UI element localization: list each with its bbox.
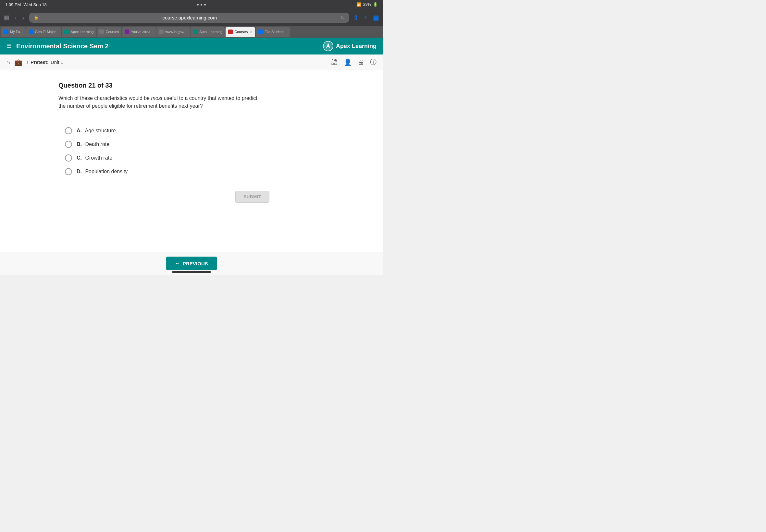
answer-label-d: D. Population density: [77, 169, 128, 175]
sidebar-toggle-icon[interactable]: ▦: [4, 14, 9, 21]
address-bar[interactable]: 🔒 course.apexlearning.com ↻: [29, 13, 349, 23]
left-arrow-icon: ←: [175, 260, 180, 266]
back-button[interactable]: ‹: [13, 13, 18, 23]
tab-label-2: Gen Z: Major...: [35, 30, 59, 34]
tab-favicon-8: [228, 30, 233, 34]
breadcrumb-value: Unit 1: [51, 59, 63, 65]
radio-c[interactable]: [65, 154, 72, 162]
status-bar-right: 📶 29% 🔋: [356, 2, 378, 7]
tab-close-icon[interactable]: ✕: [250, 30, 252, 34]
tab-favicon-7: [193, 30, 198, 34]
tab-courses-active[interactable]: Courses ✕: [225, 27, 255, 37]
question-divider: [58, 118, 273, 118]
radio-d[interactable]: [65, 168, 72, 175]
tab-label-7: Apex Learning: [199, 30, 222, 34]
status-bar-left: 1:09 PM Wed Sep 18: [5, 2, 47, 7]
tab-favicon-9: [258, 30, 263, 34]
tab-filo[interactable]: Filo Student:...: [256, 27, 290, 37]
answer-label-a: A. Age structure: [77, 128, 116, 134]
app-header-left: ☰ Environmental Science Sem 2: [6, 42, 109, 50]
hamburger-menu-icon[interactable]: ☰: [6, 42, 12, 50]
app-title: Environmental Science Sem 2: [16, 42, 109, 50]
tab-label-8: Courses: [234, 30, 248, 34]
question-number: Question 21 of 33: [58, 82, 324, 89]
tab-apex-1[interactable]: Apex Learning: [62, 27, 96, 37]
tab-favicon-5: [125, 30, 129, 34]
browser-actions: ⇧ + ▦: [353, 14, 379, 21]
previous-button[interactable]: ← PREVIOUS: [166, 257, 217, 270]
help-icon[interactable]: ⓘ: [370, 58, 376, 67]
answer-label-c: C. Growth rate: [77, 155, 112, 161]
breadcrumb: ↑ Pretest: Unit 1: [26, 59, 63, 65]
apex-logo: Apex Learning: [323, 41, 376, 51]
radio-a[interactable]: [65, 127, 72, 134]
translate-icon[interactable]: 語: [331, 58, 338, 67]
share-icon[interactable]: ⇧: [353, 14, 359, 21]
app-header: ☰ Environmental Science Sem 2 Apex Learn…: [0, 38, 383, 54]
tab-apex-2[interactable]: Apex Learning: [190, 27, 225, 37]
answer-option-d[interactable]: D. Population density: [65, 168, 324, 175]
briefcase-icon[interactable]: 💼: [14, 58, 22, 66]
status-date: Wed Sep 18: [23, 2, 46, 7]
previous-button-label: PREVIOUS: [183, 261, 208, 266]
tab-label-5: You've alrea...: [131, 30, 153, 34]
breadcrumb-up-arrow-icon: ↑: [26, 60, 29, 65]
question-text: Which of these characteristics would be …: [58, 94, 260, 110]
sub-header-right: 語 👤 🖨 ⓘ: [331, 58, 376, 67]
print-icon[interactable]: 🖨: [358, 58, 364, 66]
answer-option-b[interactable]: B. Death rate: [65, 141, 324, 148]
new-tab-icon[interactable]: +: [364, 14, 368, 21]
status-bar: 1:09 PM Wed Sep 18 📶 29% 🔋: [0, 0, 383, 9]
home-icon[interactable]: ⌂: [6, 58, 10, 66]
tab-label-9: Filo Student:...: [264, 30, 287, 34]
tab-label-3: Apex Learning: [70, 30, 93, 34]
tab-courses-1[interactable]: Courses: [97, 27, 121, 37]
tab-gen-z[interactable]: Gen Z: Major...: [26, 27, 61, 37]
browser-nav: ‹ ›: [13, 13, 25, 23]
tab-ingov[interactable]: www.in.gov/...: [156, 27, 190, 37]
answer-label-b: B. Death rate: [77, 141, 109, 147]
tab-label-4: Courses: [105, 30, 119, 34]
tab-youve[interactable]: You've alrea...: [122, 27, 156, 37]
tab-favicon-6: [159, 30, 164, 34]
tabs-bar: My Fa... Gen Z: Major... Apex Learning C…: [0, 26, 383, 38]
sub-header: ⌂ 💼 ↑ Pretest: Unit 1 語 👤 🖨 ⓘ: [0, 54, 383, 70]
submit-button[interactable]: SUBMIT: [235, 191, 269, 203]
tab-my-fa[interactable]: My Fa...: [1, 27, 26, 37]
url-text: course.apexlearning.com: [41, 15, 338, 20]
tab-favicon-2: [29, 30, 33, 34]
apex-logo-icon: [323, 41, 333, 51]
sub-header-left: ⌂ 💼 ↑ Pretest: Unit 1: [6, 58, 63, 66]
answer-option-a[interactable]: A. Age structure: [65, 127, 324, 134]
battery-percentage: 29%: [363, 2, 371, 7]
tab-label-1: My Fa...: [10, 30, 23, 34]
bottom-bar: ← PREVIOUS: [0, 252, 383, 275]
browser-toolbar: ▦ ‹ › 🔒 course.apexlearning.com ↻ ⇧ + ▦: [0, 9, 383, 26]
battery-icon: 🔋: [373, 2, 378, 7]
home-indicator: [172, 271, 211, 273]
lock-icon: 🔒: [34, 15, 39, 20]
dot3: [204, 4, 206, 6]
radio-b[interactable]: [65, 141, 72, 148]
tab-label-6: www.in.gov/...: [165, 30, 187, 34]
status-bar-center: [197, 4, 206, 6]
apex-logo-text: Apex Learning: [336, 43, 376, 50]
submit-area: SUBMIT: [58, 191, 273, 203]
tab-favicon-1: [4, 30, 8, 34]
dot2: [201, 4, 202, 6]
forward-button[interactable]: ›: [21, 13, 26, 23]
wifi-icon: 📶: [356, 2, 361, 7]
audio-icon[interactable]: 👤: [344, 58, 352, 66]
dot1: [197, 4, 199, 6]
main-content: Question 21 of 33 Which of these charact…: [0, 70, 383, 252]
status-time: 1:09 PM: [5, 2, 21, 7]
tabs-icon[interactable]: ▦: [373, 14, 379, 21]
answer-options: A. Age structure B. Death rate C. Growth…: [65, 127, 324, 175]
breadcrumb-label: Pretest:: [30, 59, 49, 65]
refresh-icon[interactable]: ↻: [340, 15, 345, 21]
tab-favicon-3: [64, 30, 69, 34]
answer-option-c[interactable]: C. Growth rate: [65, 154, 324, 162]
tab-favicon-4: [99, 30, 104, 34]
